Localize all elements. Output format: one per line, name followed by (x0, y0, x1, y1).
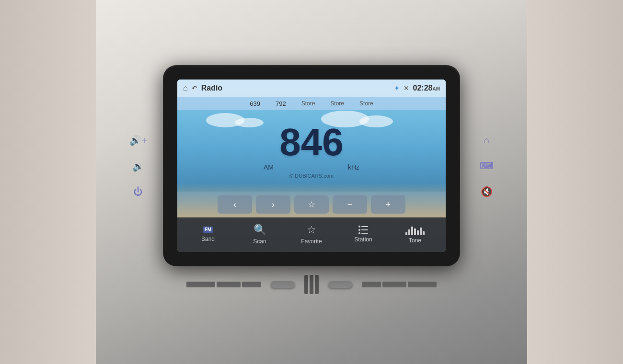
favorite-icon: ☆ (307, 224, 316, 236)
nav-item-station[interactable]: Station (346, 226, 380, 243)
preset-2[interactable]: 792 (273, 99, 289, 108)
control-buttons: ‹ › ☆ − + (177, 192, 446, 217)
prev-button[interactable]: ‹ (218, 195, 252, 214)
scan-label: Scan (253, 238, 266, 245)
scan-icon: 🔍 (254, 224, 266, 236)
frequency-labels: AM kHz (264, 163, 359, 171)
car-dashboard: 🔊+ 🔉 ⏻ ⌂ ⌨ 🔇 (0, 0, 623, 364)
volume-up-button[interactable]: 🔊+ (129, 135, 147, 146)
vent-slat (362, 282, 381, 287)
preset-store-2[interactable]: Store (327, 99, 347, 108)
keyboard-button[interactable]: ⌨ (480, 160, 494, 171)
close-icon[interactable]: ✕ (404, 84, 409, 92)
home-icon[interactable]: ⌂ (183, 84, 188, 92)
side-controls-left: 🔊+ 🔉 ⏻ (129, 135, 147, 197)
plus-button[interactable]: + (371, 195, 405, 214)
band-label: AM (264, 163, 274, 171)
watermark-text: © DUBICARS.com (289, 173, 334, 179)
nav-item-tone[interactable]: Tone (398, 225, 432, 244)
head-unit-bezel: 🔊+ 🔉 ⏻ ⌂ ⌨ 🔇 (163, 65, 460, 266)
bottom-nav: FM Band 🔍 Scan ☆ Favorite (177, 217, 446, 252)
top-bar-right: ✦ ✕ 02:28AM (394, 84, 440, 92)
vent-knob-left[interactable] (271, 281, 295, 288)
center-unit: 🔊+ 🔉 ⏻ ⌂ ⌨ 🔇 (163, 65, 460, 299)
vent-left (186, 282, 261, 287)
station-label: Station (354, 236, 372, 243)
nav-item-scan[interactable]: 🔍 Scan (243, 224, 277, 245)
frequency-display: 846 AM kHz © DUBICARS.com (177, 110, 446, 192)
clock-ampm: AM (432, 86, 440, 91)
minus-button[interactable]: − (333, 195, 367, 214)
home-side-button[interactable]: ⌂ (484, 135, 489, 146)
nav-item-band[interactable]: FM Band (191, 227, 225, 242)
bluetooth-icon: ✦ (394, 84, 400, 92)
clock-time: 02:28 (413, 84, 433, 92)
tone-label: Tone (409, 237, 421, 244)
favorite-label: Favorite (301, 238, 322, 245)
station-icon (358, 226, 368, 234)
leather-right (527, 0, 623, 364)
vent-center (304, 275, 319, 294)
vent-right (362, 282, 437, 287)
vent-knob-right[interactable] (328, 281, 352, 288)
vent-slat (217, 282, 241, 287)
screen-title: Radio (201, 84, 222, 92)
back-icon[interactable]: ↶ (192, 84, 197, 92)
clock-display: 02:28AM (413, 84, 440, 92)
fm-badge: FM (203, 227, 213, 233)
volume-down-button[interactable]: 🔉 (132, 160, 144, 172)
band-label-text: Band (201, 236, 215, 242)
leather-left (0, 0, 96, 364)
nav-item-favorite[interactable]: ☆ Favorite (295, 224, 328, 245)
preset-store-1[interactable]: Store (299, 99, 318, 108)
vent-slat (408, 282, 437, 287)
next-button[interactable]: › (256, 195, 290, 214)
mute-button[interactable]: 🔇 (481, 186, 493, 197)
vent-slat (242, 282, 261, 287)
side-controls-right: ⌂ ⌨ 🔇 (480, 135, 494, 197)
power-button[interactable]: ⏻ (133, 186, 143, 197)
top-bar-left: ⌂ ↶ Radio (183, 84, 222, 92)
frequency-number: 846 (279, 123, 343, 161)
radio-screen: ⌂ ↶ Radio ✦ ✕ 02:28AM 639 792 (177, 80, 446, 252)
preset-store-3[interactable]: Store (357, 99, 376, 108)
frequency-unit: kHz (348, 163, 359, 171)
band-icon: FM (203, 227, 213, 234)
vent-area (163, 270, 460, 299)
top-bar: ⌂ ↶ Radio ✦ ✕ 02:28AM (177, 80, 446, 97)
tone-icon (405, 225, 425, 235)
preset-1[interactable]: 639 (247, 99, 263, 108)
vent-slat (186, 282, 215, 287)
vent-slat (382, 282, 406, 287)
presets-bar: 639 792 Store Store Store (177, 97, 446, 110)
favorite-toggle-button[interactable]: ☆ (294, 195, 329, 214)
